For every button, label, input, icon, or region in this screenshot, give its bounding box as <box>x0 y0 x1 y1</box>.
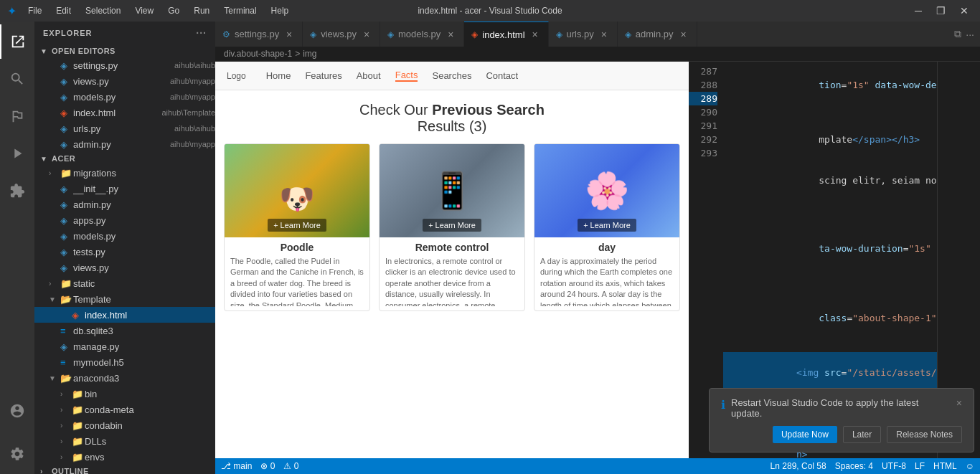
arrow: › <box>60 422 72 430</box>
open-editors-section[interactable]: ▼ OPEN EDITORS <box>34 44 215 57</box>
file-admin[interactable]: ◈ admin.py <box>34 196 215 212</box>
tab-views-close[interactable]: × <box>361 29 372 40</box>
status-line-col[interactable]: Ln 289, Col 58 <box>771 461 826 471</box>
split-editor-icon[interactable]: ⧉ <box>954 28 961 40</box>
folder-template[interactable]: ▼ 📂 Template <box>34 291 215 307</box>
acer-section[interactable]: ▼ ACER <box>34 152 215 165</box>
minimize-button[interactable]: ─ <box>910 5 926 16</box>
menu-edit[interactable]: Edit <box>50 4 77 17</box>
preview-pane: Logo Home Features About Facts Searches … <box>215 62 689 458</box>
nav-searches[interactable]: Searches <box>432 70 471 81</box>
activity-explorer-icon[interactable] <box>0 24 34 59</box>
activity-account-icon[interactable] <box>0 394 34 428</box>
more-actions-icon[interactable]: ··· <box>966 29 974 40</box>
file-mymodel-h5[interactable]: ≡ mymodel.h5 <box>34 354 215 370</box>
folder-bin[interactable]: › 📁 bin <box>34 386 215 402</box>
release-notes-button[interactable]: Release Notes <box>887 426 962 443</box>
file-tests[interactable]: ◈ tests.py <box>34 244 215 260</box>
status-encoding[interactable]: UTF-8 <box>882 461 906 471</box>
menu-help[interactable]: Help <box>265 4 295 17</box>
learn-more-remote[interactable]: + Learn More <box>423 219 481 232</box>
notification-close-button[interactable]: × <box>956 397 962 409</box>
maximize-button[interactable]: ❐ <box>932 5 950 16</box>
file-db-sqlite3[interactable]: ≡ db.sqlite3 <box>34 323 215 338</box>
tab-urls-close[interactable]: × <box>598 29 610 40</box>
folder-icon: 📁 <box>60 278 73 289</box>
tab-urls-icon: ◈ <box>556 29 562 39</box>
learn-more-day[interactable]: + Learn More <box>578 219 636 232</box>
menu-view[interactable]: View <box>129 4 159 17</box>
folder-condabin[interactable]: › 📁 condabin <box>34 417 215 433</box>
folder-migrations[interactable]: › 📁 migrations <box>34 165 215 181</box>
activity-search-icon[interactable] <box>0 62 34 96</box>
breadcrumb-item-shape[interactable]: div.about-shape-1 <box>224 49 292 59</box>
open-file-admin[interactable]: ◈ admin.py aihub\myapp <box>34 136 215 152</box>
folder-icon: 📁 <box>60 168 73 179</box>
folder-conda-meta[interactable]: › 📁 conda-meta <box>34 402 215 417</box>
nav-facts[interactable]: Facts <box>395 70 418 82</box>
update-now-button[interactable]: Update Now <box>773 426 837 443</box>
menu-go[interactable]: Go <box>162 4 185 17</box>
card-day-image: 🌸 + Learn More <box>534 144 679 237</box>
activity-source-control-icon[interactable] <box>0 99 34 133</box>
status-spaces[interactable]: Spaces: 4 <box>835 461 873 471</box>
code-line-288 <box>723 338 937 352</box>
open-file-settings[interactable]: ◈ settings.py aihub\aihub <box>34 57 215 73</box>
folder-envs[interactable]: › 📁 envs <box>34 449 215 465</box>
tab-index-close[interactable]: × <box>529 29 541 40</box>
open-file-models[interactable]: ◈ models.py aihub\myapp <box>34 89 215 105</box>
close-button[interactable]: ✕ <box>956 5 973 16</box>
activity-extensions-icon[interactable] <box>0 174 34 208</box>
activity-run-icon[interactable] <box>0 136 34 171</box>
nav-contact[interactable]: Contact <box>486 70 518 81</box>
tab-views-icon: ◈ <box>310 29 316 39</box>
file-models[interactable]: ◈ models.py <box>34 228 215 244</box>
status-errors[interactable]: ⊗ 0 <box>260 461 275 471</box>
tab-urls[interactable]: ◈ urls.py × <box>549 22 618 47</box>
folder-label: anaconda3 <box>73 373 215 384</box>
menu-run[interactable]: Run <box>188 4 215 17</box>
menu-terminal[interactable]: Terminal <box>218 4 262 17</box>
outline-section[interactable]: › OUTLINE <box>34 465 215 474</box>
folder-label: Template <box>73 294 215 305</box>
menu-file[interactable]: File <box>22 4 47 17</box>
open-file-views[interactable]: ◈ views.py aihub\myapp <box>34 73 215 89</box>
file-init[interactable]: ◈ __init__.py <box>34 181 215 196</box>
sidebar-actions[interactable]: ··· <box>196 27 207 39</box>
folder-static[interactable]: › 📁 static <box>34 275 215 291</box>
nav-home[interactable]: Home <box>266 70 291 81</box>
open-file-index[interactable]: × ◈ index.html aihub\Template <box>34 105 215 120</box>
tab-admin-icon: ◈ <box>625 29 631 39</box>
line-num-290: 290 <box>689 105 717 119</box>
folder-dlls[interactable]: › 📁 DLLs <box>34 433 215 449</box>
tab-models[interactable]: ◈ models.py × <box>380 22 464 47</box>
nav-features[interactable]: Features <box>305 70 341 81</box>
activity-settings-icon[interactable] <box>0 437 34 471</box>
file-apps[interactable]: ◈ apps.py <box>34 212 215 228</box>
tab-models-close[interactable]: × <box>445 29 456 40</box>
status-eol[interactable]: LF <box>915 461 925 471</box>
tab-admin[interactable]: ◈ admin.py × <box>618 22 697 47</box>
status-warnings[interactable]: ⚠ 0 <box>283 461 298 471</box>
file-views[interactable]: ◈ views.py <box>34 260 215 275</box>
tab-settings[interactable]: ⚙ settings.py × <box>215 22 303 47</box>
breadcrumb-item-img[interactable]: img <box>303 49 316 59</box>
status-branch[interactable]: ⎇ main <box>221 461 252 471</box>
tab-views[interactable]: ◈ views.py × <box>303 22 380 47</box>
learn-more-poodle[interactable]: + Learn More <box>268 219 326 232</box>
tab-admin-close[interactable]: × <box>678 29 689 40</box>
nav-about[interactable]: About <box>357 70 381 81</box>
card-remote-image: 📱 + Learn More <box>380 144 524 237</box>
status-feedback[interactable]: ☺ <box>966 461 974 471</box>
later-button[interactable]: Later <box>843 426 881 443</box>
tab-index[interactable]: ◈ index.html × <box>464 22 548 47</box>
tab-settings-close[interactable]: × <box>283 29 295 40</box>
status-language[interactable]: HTML <box>933 461 957 471</box>
menu-bar: File Edit Selection View Go Run Terminal… <box>22 4 294 17</box>
folder-icon: 📁 <box>72 420 85 431</box>
file-index-html[interactable]: ◈ index.html <box>34 307 215 323</box>
menu-selection[interactable]: Selection <box>80 4 126 17</box>
file-manage[interactable]: ◈ manage.py <box>34 338 215 354</box>
open-file-urls[interactable]: ◈ urls.py aihub\aihub <box>34 120 215 136</box>
folder-anaconda3[interactable]: ▼ 📂 anaconda3 <box>34 370 215 386</box>
